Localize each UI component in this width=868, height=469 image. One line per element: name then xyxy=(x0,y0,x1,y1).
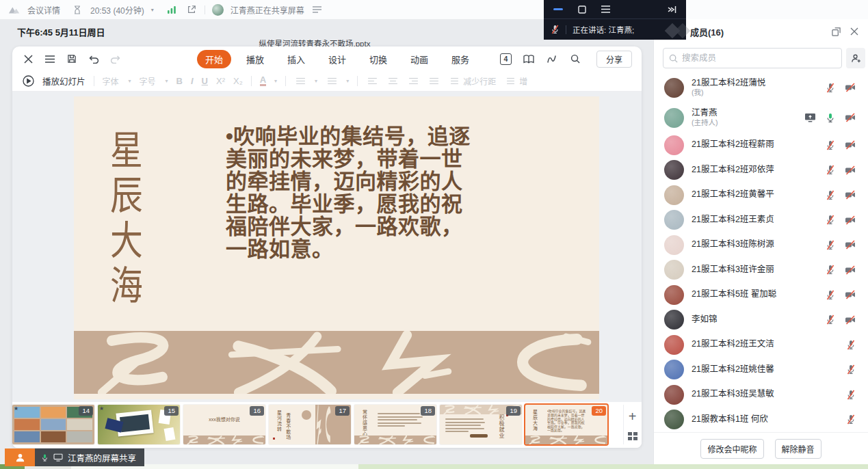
member-row[interactable]: 21服工本科2班黄馨平 xyxy=(654,183,868,208)
mic-muted-icon[interactable] xyxy=(846,364,856,375)
camera-off-icon[interactable] xyxy=(845,290,856,299)
justify-button[interactable] xyxy=(428,75,440,88)
member-row[interactable]: 21服工本科2班姚佳馨 xyxy=(654,358,868,383)
camera-off-icon[interactable] xyxy=(845,83,856,92)
person-icon[interactable] xyxy=(5,448,35,466)
close-document-icon[interactable] xyxy=(22,53,34,65)
mic-muted-icon[interactable] xyxy=(826,240,835,250)
play-slideshow-label[interactable]: 播放幻灯片 xyxy=(42,75,86,88)
member-row[interactable]: 21服工本科3班许金丽 xyxy=(654,258,868,283)
numbered-list-button[interactable] xyxy=(326,75,338,88)
member-row[interactable]: 李如锦 xyxy=(654,308,868,333)
camera-off-icon[interactable] xyxy=(845,215,856,225)
tab-insert[interactable]: 插入 xyxy=(279,50,313,68)
member-search-box[interactable] xyxy=(663,48,842,68)
screen-share-pill[interactable]: 江青燕的屏幕共享 xyxy=(5,448,144,466)
font-family-select[interactable]: 字体▾ xyxy=(103,75,131,87)
member-row[interactable]: 21服工本科2班程薪雨 xyxy=(654,133,868,158)
member-row[interactable]: 21服工本科3班陈树源 xyxy=(654,232,868,258)
align-left-button[interactable] xyxy=(366,75,378,88)
save-icon[interactable] xyxy=(66,53,78,65)
member-row[interactable]: 江青燕(主持人) xyxy=(654,103,868,133)
change-nickname-button[interactable]: 修改会中昵称 xyxy=(700,439,763,459)
mic-muted-icon[interactable] xyxy=(826,265,835,275)
mic-muted-icon[interactable] xyxy=(826,140,835,150)
thumbnail-slide-17[interactable]: 17 星河流转 青春不散场 xyxy=(269,405,351,444)
mic-muted-icon[interactable] xyxy=(826,190,835,200)
mic-muted-icon[interactable] xyxy=(826,83,835,93)
tab-play[interactable]: 播放 xyxy=(238,50,272,68)
mic-muted-icon[interactable] xyxy=(826,290,835,300)
underline-button[interactable]: U xyxy=(202,76,208,86)
decrease-line-spacing-button[interactable]: 减少行距 xyxy=(448,75,496,88)
sharing-menu-icon[interactable] xyxy=(311,3,324,16)
ink-pen-icon[interactable] xyxy=(546,53,558,65)
meeting-duration[interactable]: 20:53 (40分钟) xyxy=(90,4,144,16)
superscript-button[interactable]: X² xyxy=(216,76,225,86)
slide-canvas[interactable]: 星辰大海 •吹响毕业的集结号，追逐 美丽的未来梦，带着一世 的牵挂情，迈向精彩的… xyxy=(12,92,642,402)
member-row[interactable]: 21服工本科3班吴慧敏 xyxy=(654,382,868,407)
member-row[interactable]: 21服教本科1班 何欣 xyxy=(654,407,868,433)
panel-popout-icon[interactable] xyxy=(832,27,841,36)
current-slide[interactable]: 星辰大海 •吹响毕业的集结号，追逐 美丽的未来梦，带着一世 的牵挂情，迈向精彩的… xyxy=(74,96,599,399)
thumbnail-slide-18[interactable]: 18 常怀感恩心 xyxy=(354,405,436,444)
mic-on-icon[interactable] xyxy=(826,113,835,123)
camera-off-icon[interactable] xyxy=(845,190,856,200)
reading-view-icon[interactable] xyxy=(523,53,535,65)
undo-icon[interactable] xyxy=(88,53,100,65)
meeting-details-link[interactable]: 会议详情 xyxy=(27,4,60,16)
thumbnail-slide-14[interactable]: ★ 14 xyxy=(12,405,94,444)
tab-animation[interactable]: 动画 xyxy=(402,50,436,68)
page-indicator[interactable]: 4 xyxy=(500,53,512,65)
mic-muted-icon[interactable] xyxy=(846,340,856,350)
menu-icon[interactable] xyxy=(44,53,56,65)
member-row[interactable]: 21服工本科2班王文洁 xyxy=(654,332,868,358)
member-row[interactable]: 21服工本科2班邓依萍 xyxy=(654,158,868,183)
overlay-minimize-button[interactable] xyxy=(553,8,563,10)
tab-transition[interactable]: 切换 xyxy=(361,50,395,68)
bold-button[interactable]: B xyxy=(176,76,183,86)
tab-services[interactable]: 服务 xyxy=(443,50,477,68)
overlay-window-mode-button[interactable] xyxy=(578,5,586,14)
thumbnail-slide-19[interactable]: 19 积极就业 xyxy=(440,405,522,444)
share-button[interactable]: 分享 xyxy=(596,51,632,68)
increase-line-spacing-button[interactable]: 增 xyxy=(504,75,527,88)
bullet-list-button[interactable] xyxy=(294,75,306,88)
slide-sorter-button[interactable] xyxy=(628,432,637,440)
slide-vertical-title[interactable]: 星辰大海 xyxy=(107,129,140,310)
member-row[interactable]: 21服工本科2班王素贞 xyxy=(654,208,868,233)
align-right-button[interactable] xyxy=(407,75,419,88)
unmute-button[interactable]: 解除静音 xyxy=(775,439,821,459)
member-row[interactable]: 21服工本科2班蒲悦(我) xyxy=(654,72,868,103)
tab-home[interactable]: 开始 xyxy=(197,50,231,68)
play-slideshow-icon[interactable] xyxy=(22,75,34,88)
search-icon[interactable] xyxy=(569,53,581,65)
subscript-button[interactable]: X₂ xyxy=(233,76,243,86)
camera-off-icon[interactable] xyxy=(845,113,856,122)
font-size-select[interactable]: 字号▾ xyxy=(140,75,168,87)
camera-off-icon[interactable] xyxy=(845,165,856,175)
thumbnail-slide-16[interactable]: 16 xxx我想对你说 xyxy=(183,405,265,444)
mic-muted-icon[interactable] xyxy=(826,215,835,225)
redo-icon[interactable] xyxy=(109,53,122,65)
mic-muted-icon[interactable] xyxy=(846,414,856,425)
open-external-icon[interactable] xyxy=(185,3,198,16)
camera-off-icon[interactable] xyxy=(845,140,856,150)
network-signal-icon[interactable] xyxy=(166,3,179,16)
align-center-button[interactable] xyxy=(386,75,399,88)
overlay-collapse-panel-button[interactable] xyxy=(667,5,676,14)
thumbnail-slide-20-selected[interactable]: 20 星辰大海 •吹响毕业的集结号，追逐 美丽的未来梦，带着一世 的牵挂情，迈向… xyxy=(525,405,607,444)
panel-close-icon[interactable] xyxy=(850,27,858,36)
mic-muted-icon[interactable] xyxy=(826,165,835,175)
member-search-input[interactable] xyxy=(682,53,836,63)
font-color-button[interactable]: A xyxy=(260,76,266,86)
thumbnail-slide-15[interactable]: ★ 15 xyxy=(98,405,180,444)
new-slide-button[interactable]: + xyxy=(629,410,637,423)
screen-sharing-icon[interactable] xyxy=(804,113,816,122)
slide-body-text[interactable]: •吹响毕业的集结号，追逐 美丽的未来梦，带着一世 的牵挂情，迈向精彩的人 生路。… xyxy=(226,125,499,260)
add-member-button[interactable] xyxy=(846,48,865,68)
mic-muted-icon[interactable] xyxy=(826,314,835,325)
camera-off-icon[interactable] xyxy=(845,265,856,275)
duration-caret-icon[interactable]: ▾ xyxy=(151,7,154,13)
mic-muted-icon[interactable] xyxy=(846,390,856,400)
